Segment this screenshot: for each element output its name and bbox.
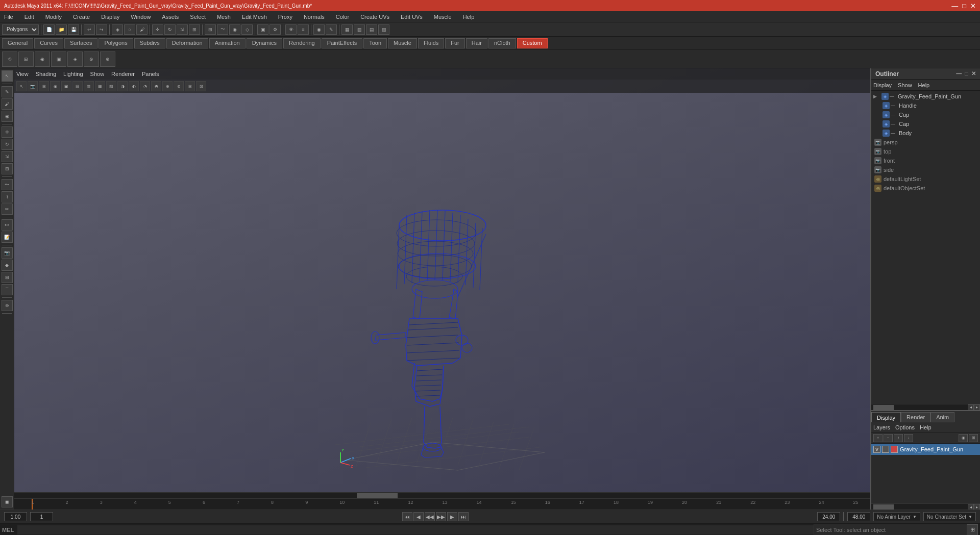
menu-normals[interactable]: Normals: [302, 13, 327, 21]
outliner-menu-display[interactable]: Display: [873, 82, 892, 88]
bend-btn[interactable]: ⌒: [2, 284, 13, 295]
shelf-tab-toon[interactable]: Toon: [363, 38, 387, 48]
layer-submenu-help[interactable]: Help: [920, 424, 932, 430]
outliner-item-lightset[interactable]: ◎ defaultLightSet: [871, 174, 980, 184]
vp-display1-icon[interactable]: ▣: [61, 81, 71, 91]
layer-submenu-options[interactable]: Options: [895, 424, 915, 430]
polygon-mode-dropdown[interactable]: Polygons: [2, 24, 39, 35]
new-scene-btn[interactable]: 📄: [43, 24, 55, 35]
menu-edit-uvs[interactable]: Edit UVs: [399, 13, 425, 21]
vp-select-mode-icon[interactable]: ↖: [16, 81, 27, 91]
curve-tool-btn[interactable]: 〜: [2, 179, 13, 190]
shelf-icon-3[interactable]: ◉: [35, 52, 50, 67]
outliner-item-top[interactable]: 📷 top: [871, 147, 980, 156]
shelf-tab-muscle[interactable]: Muscle: [388, 38, 417, 48]
annotation-btn[interactable]: 📝: [2, 232, 13, 243]
shelf-tab-subdivs[interactable]: Subdivs: [134, 38, 165, 48]
layer-tab-render[interactable]: Render: [901, 412, 930, 422]
vp-wireframe-icon[interactable]: ⊞: [39, 81, 49, 91]
minimize-button[interactable]: —: [951, 2, 958, 10]
transform-tool-btn[interactable]: ⊞: [2, 163, 13, 174]
quick-layout-1[interactable]: ▦: [341, 24, 353, 35]
layer-submenu-layers[interactable]: Layers: [873, 424, 890, 430]
paint-btn[interactable]: ✎: [326, 24, 337, 35]
shelf-tab-animation[interactable]: Animation: [209, 38, 246, 48]
outliner-scroll-thumb[interactable]: [873, 405, 894, 410]
vp-menu-panels[interactable]: Panels: [142, 71, 159, 77]
menu-mesh[interactable]: Mesh: [215, 13, 233, 21]
vp-menu-lighting[interactable]: Lighting: [63, 71, 83, 77]
menu-proxy[interactable]: Proxy: [276, 13, 295, 21]
anim-layer-dropdown[interactable]: No Anim Layer ▼: [873, 512, 920, 521]
outliner-item-objectset[interactable]: ◎ defaultObjectSet: [871, 184, 980, 193]
show-manip-btn[interactable]: ⊕: [2, 300, 13, 311]
camera-btn[interactable]: 📷: [2, 247, 13, 259]
go-to-end-btn[interactable]: ⏭: [458, 512, 469, 521]
layer-tab-anim[interactable]: Anim: [930, 412, 954, 422]
outliner-maximize[interactable]: □: [965, 70, 968, 77]
vp-hud-icon[interactable]: ⊡: [196, 81, 206, 91]
layer-scroll-right[interactable]: ▸: [974, 504, 980, 509]
menu-edit-mesh[interactable]: Edit Mesh: [240, 13, 269, 21]
layer-scroll-left[interactable]: ◂: [968, 504, 974, 509]
outliner-item-cap[interactable]: ◈ — Cap: [871, 119, 980, 129]
snap-curve-btn[interactable]: 〜: [217, 24, 228, 35]
menu-edit[interactable]: Edit: [22, 13, 36, 21]
current-frame-field[interactable]: 1: [30, 512, 53, 521]
shelf-tab-hair[interactable]: Hair: [466, 38, 487, 48]
vp-display3-icon[interactable]: ▥: [84, 81, 94, 91]
ep-curve-btn[interactable]: ⌇: [2, 191, 13, 202]
layer-horizontal-scrollbar[interactable]: ◂ ▸: [871, 503, 980, 509]
menu-modify[interactable]: Modify: [43, 13, 64, 21]
redo-btn[interactable]: ↪: [96, 24, 107, 35]
shelf-tab-general[interactable]: General: [2, 38, 33, 48]
vp-display4-icon[interactable]: ▦: [95, 81, 105, 91]
vp-display5-icon[interactable]: ▧: [106, 81, 116, 91]
transform-btn[interactable]: ⊞: [189, 24, 200, 35]
vp-display2-icon[interactable]: ▤: [72, 81, 83, 91]
show-hide-btn[interactable]: 👁: [285, 24, 297, 35]
outliner-scrollbar[interactable]: ◂ ▸: [871, 404, 980, 410]
menu-display[interactable]: Display: [99, 13, 121, 21]
lasso-btn[interactable]: ○: [124, 24, 135, 35]
render-btn[interactable]: ▣: [257, 24, 268, 35]
menu-file[interactable]: File: [2, 13, 15, 21]
snap-point-btn[interactable]: ◉: [229, 24, 240, 35]
scale-btn[interactable]: ⇲: [177, 24, 188, 35]
shelf-tab-dynamics[interactable]: Dynamics: [247, 38, 282, 48]
layer-scroll-thumb[interactable]: [873, 504, 894, 509]
outliner-item-persp[interactable]: 📷 persp: [871, 138, 980, 147]
vp-lighting2-icon[interactable]: ◐: [129, 81, 139, 91]
shelf-tab-polygons[interactable]: Polygons: [99, 38, 133, 48]
paint-sel-btn[interactable]: 🖌: [136, 24, 148, 35]
outliner-minimize[interactable]: —: [956, 70, 962, 77]
menu-create[interactable]: Create: [71, 13, 92, 21]
start-frame-field[interactable]: 1.00: [4, 512, 27, 521]
shelf-tab-rendering[interactable]: Rendering: [283, 38, 321, 48]
restore-button[interactable]: □: [962, 2, 966, 10]
vp-xray-icon[interactable]: ◓: [151, 81, 161, 91]
rotate-btn[interactable]: ↻: [164, 24, 176, 35]
close-button[interactable]: ✕: [970, 2, 976, 10]
cluster-btn[interactable]: ◆: [2, 260, 13, 271]
quick-layout-2[interactable]: ▥: [354, 24, 365, 35]
shelf-tab-fur[interactable]: Fur: [445, 38, 465, 48]
measure-btn[interactable]: ⊷: [2, 219, 13, 231]
outliner-close[interactable]: ✕: [971, 70, 976, 77]
viewport-scroll-thumb[interactable]: [357, 493, 398, 498]
character-set-dropdown[interactable]: No Character Set ▼: [923, 512, 976, 521]
save-scene-btn[interactable]: 💾: [68, 24, 79, 35]
viewport[interactable]: View Shading Lighting Show Renderer Pane…: [14, 68, 870, 498]
outliner-menu-help[interactable]: Help: [918, 82, 930, 88]
mel-input[interactable]: [17, 525, 814, 534]
menu-create-uvs[interactable]: Create UVs: [358, 13, 391, 21]
rotate-tool-btn[interactable]: ↻: [2, 139, 13, 150]
vp-menu-shading[interactable]: Shading: [36, 71, 56, 77]
shelf-icon-1[interactable]: ⟲: [2, 52, 17, 67]
layer-move-down-btn[interactable]: ↓: [904, 434, 913, 442]
sculpt-tool-btn[interactable]: ✎: [2, 86, 13, 97]
open-scene-btn[interactable]: 📁: [56, 24, 67, 35]
lattice-btn[interactable]: ⊞: [2, 272, 13, 283]
shelf-tab-fluids[interactable]: Fluids: [418, 38, 444, 48]
shelf-tab-painteffects[interactable]: PaintEffects: [322, 38, 363, 48]
